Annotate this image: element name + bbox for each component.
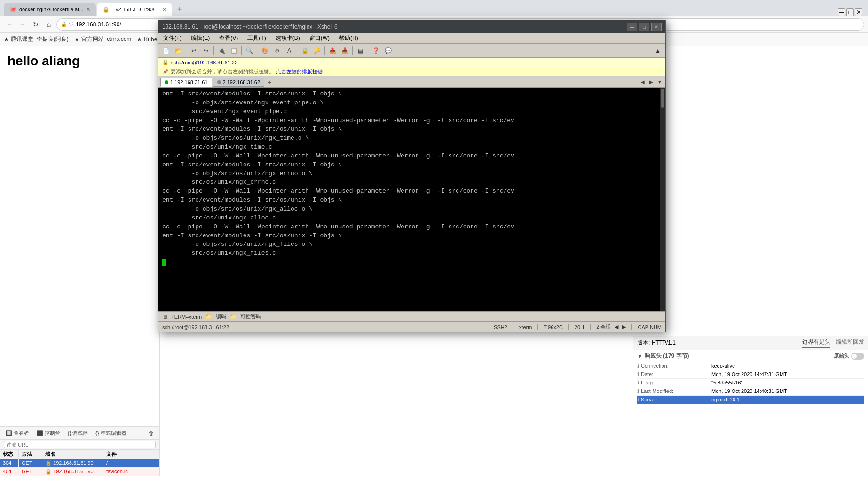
tb-sep-6: [324, 46, 325, 55]
right-dev-panel: 版本: HTTP/1.1 边界有是头 编辑和回发 ▼ 响应头 (179 字节) …: [633, 336, 868, 486]
bookmark-kube[interactable]: ★ Kube: [137, 36, 157, 43]
resp-key-1: Connection:: [641, 363, 711, 368]
menu-view[interactable]: 查看(V): [216, 33, 241, 43]
lock-icon: 🔒: [61, 21, 67, 27]
status-cols: T 96x2C: [544, 324, 563, 330]
row2-domain: 🔒 192.168.31.61:90: [42, 468, 103, 476]
xshell-window: 192.168.31.61 - root@localhost:~/dockerf…: [158, 20, 666, 332]
reload-button[interactable]: ↻: [30, 19, 41, 30]
forward-button[interactable]: →: [17, 19, 28, 30]
menu-window[interactable]: 窗口(W): [307, 33, 332, 43]
browser-tab-1[interactable]: 🐙 docker-nginx/Dockerfile at... ✕: [4, 3, 96, 16]
tb-redo[interactable]: ↪: [200, 45, 212, 56]
menu-tabs[interactable]: 选项卡(B): [273, 33, 303, 43]
debugger-icon: {}: [68, 431, 71, 436]
menu-help[interactable]: 帮助(H): [336, 33, 361, 43]
status-nav-left[interactable]: ◀: [615, 324, 618, 330]
menu-edit[interactable]: 编辑(E): [188, 33, 213, 43]
section-title[interactable]: ▼ 响应头 (179 字节) 原始头: [637, 352, 864, 360]
devtools-console-btn[interactable]: ⬛ 控制台: [35, 429, 62, 438]
terminal-line-19: src/os/unix/ngx_files.c: [162, 249, 662, 258]
dev-tab-edit[interactable]: 编辑和回发: [836, 338, 864, 348]
resp-key-5: Server:: [641, 397, 711, 402]
terminal-area[interactable]: ent -I src/event/modules -I src/os/unix …: [158, 88, 665, 311]
tb-font[interactable]: A: [284, 45, 295, 56]
bookmark-qingteng[interactable]: ★ 腾讯课堂_李振良(阿良): [4, 35, 69, 43]
status-caps-num: CAP NUM: [638, 324, 662, 330]
browser-tab-2[interactable]: 🔒 192.168.31.61:90/ ✕: [97, 3, 172, 16]
row2-status: 404: [0, 468, 19, 476]
tab-nav-dropdown[interactable]: ▼: [656, 78, 663, 86]
style-icon: {}: [95, 431, 99, 436]
raw-toggle[interactable]: 原始头: [834, 353, 864, 360]
tab2-label: 192.168.31.61:90/: [112, 7, 154, 12]
tab2-close[interactable]: ✕: [162, 7, 166, 13]
row1-method: GET: [19, 459, 42, 467]
tab1-close[interactable]: ✕: [86, 7, 90, 13]
tb-layout[interactable]: ▤: [355, 45, 366, 56]
tb-help[interactable]: ❓: [370, 45, 381, 56]
tb-connect[interactable]: 🔌: [216, 45, 227, 56]
tab-nav-left[interactable]: ◀: [639, 78, 647, 86]
home-button[interactable]: ⌂: [43, 19, 55, 30]
session-tab-1-indicator: [165, 80, 168, 84]
maximize-button[interactable]: □: [846, 8, 854, 16]
inspector-label: 查看者: [14, 430, 29, 437]
tb-open[interactable]: 📂: [173, 45, 184, 56]
tb-scroll-up[interactable]: ▲: [652, 45, 663, 56]
devtools-debugger-btn[interactable]: {} 调试器: [66, 429, 90, 438]
tb-transfer2[interactable]: 📥: [339, 45, 350, 56]
close-button[interactable]: ✕: [855, 8, 862, 16]
resp-val-5: nginx/1.16.1: [711, 397, 740, 402]
tb-lock[interactable]: 🔒: [299, 45, 310, 56]
tb-chat[interactable]: 💬: [382, 45, 394, 56]
tb-new-session[interactable]: 📄: [160, 45, 172, 56]
row1-domain: 🔒 192.168.31.61:90: [42, 459, 103, 467]
notification-link[interactable]: 点击左侧的排版扭键: [276, 68, 323, 75]
status-nav-right[interactable]: ▶: [622, 324, 626, 330]
terminal-scrollbar[interactable]: [660, 88, 665, 311]
minimize-button[interactable]: —: [838, 8, 845, 16]
network-row-1[interactable]: 304 GET 🔒 192.168.31.61:90 /: [0, 459, 159, 468]
xshell-close-btn[interactable]: ✕: [651, 23, 662, 31]
filter-input[interactable]: [4, 441, 156, 448]
tb-settings[interactable]: ⚙: [271, 45, 283, 56]
network-row-2[interactable]: 404 GET 🔒 192.168.31.61:90 favicon.ic: [0, 468, 159, 476]
menu-file[interactable]: 文件(F): [160, 33, 184, 43]
tab-nav-right[interactable]: ▶: [647, 78, 655, 86]
response-item-3: ℹ ETag: "5f8da55f-16": [637, 379, 864, 387]
bookmark-label-1: 腾讯课堂_李振良(阿良): [11, 35, 69, 43]
tb-key[interactable]: 🔑: [311, 45, 323, 56]
terminal-line-8: cc -c -pipe -O -W -Wall -Wpointer-arith …: [162, 152, 662, 161]
new-tab-button[interactable]: +: [173, 3, 186, 16]
session-tab-2-label: 2 192.168.31.62: [223, 79, 260, 85]
tb-color[interactable]: 🎨: [259, 45, 270, 56]
terminal-line-17: ent -I src/event/modules -I src/os/unix …: [162, 232, 662, 241]
tb-undo[interactable]: ↩: [188, 45, 199, 56]
devtools-trash-btn[interactable]: 🗑: [147, 430, 156, 437]
tb-transfer1[interactable]: 📤: [327, 45, 338, 56]
terminal-scrollbar-thumb[interactable]: [661, 89, 664, 108]
tb-find[interactable]: 🔍: [244, 45, 255, 56]
terminal-line-3: src/event/ngx_event_pipe.c: [162, 108, 662, 117]
xshell-title-bar: 192.168.31.61 - root@localhost:~/dockerf…: [158, 20, 665, 33]
xshell-session-tab-2[interactable]: 2 192.168.31.62: [213, 78, 265, 87]
devtools-inspector-btn[interactable]: 🔲 查看者: [4, 429, 31, 438]
dev-tab-headers[interactable]: 边界有是头: [802, 338, 830, 348]
toggle-track[interactable]: [851, 353, 864, 360]
xshell-minimize-btn[interactable]: —: [627, 23, 637, 31]
dev-panel-header: 版本: HTTP/1.1 边界有是头 编辑和回发: [633, 336, 868, 350]
devtools-style-btn[interactable]: {} 样式编辑器: [94, 429, 128, 438]
resp-val-1: keep-alive: [711, 363, 735, 368]
xshell-maximize-btn[interactable]: □: [639, 23, 649, 31]
bookmark-ctnrs[interactable]: ★ 官方网站_ctnrs.com: [74, 35, 132, 43]
back-button[interactable]: ←: [4, 19, 15, 30]
console-label: 控制台: [45, 430, 60, 437]
page-content-header: hello aliang: [0, 46, 159, 76]
menu-tools[interactable]: 工具(T): [245, 33, 268, 43]
domain-icon-2: 🔒: [45, 469, 52, 474]
xshell-session-tab-1[interactable]: 1 192.168.31.61: [160, 78, 212, 87]
tb-disconnect[interactable]: 📋: [228, 45, 239, 56]
row1-file: /: [103, 459, 141, 467]
xshell-add-tab-btn[interactable]: +: [265, 78, 274, 86]
